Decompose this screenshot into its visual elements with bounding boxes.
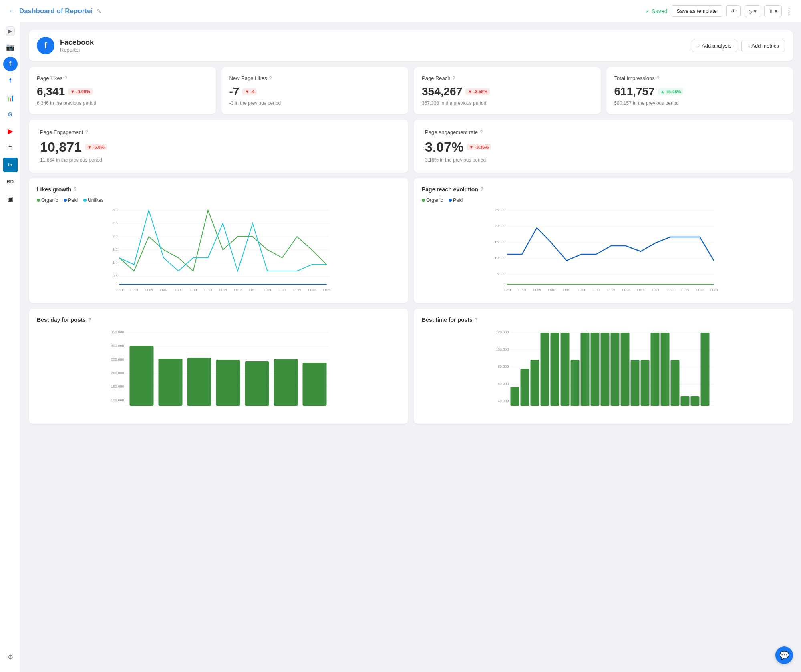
svg-text:25.000: 25.000 [495,208,506,212]
organic-reach-legend: Organic [422,197,443,203]
add-metrics-button[interactable]: + Add metrics [741,40,785,52]
svg-text:15.000: 15.000 [495,240,506,244]
best-day-title: Best day for posts ? [37,317,400,323]
sidebar-item-rd[interactable]: RD [3,175,18,189]
likes-growth-legend: Organic Paid Unlikes [37,197,400,203]
bar-time-6 [561,333,570,406]
svg-text:11/01: 11/01 [115,288,123,292]
sidebar-item-instagram[interactable]: 📷 [3,40,18,54]
metric-title-1: New Page Likes ? [229,75,400,81]
sidebar-item-facebook[interactable]: f [3,57,18,71]
sidebar: ▶ 📷 f f 📊 G ▶ ≡ in RD ▣ ⚙ [0,22,21,437]
metric-title-0: Page Likes ? [37,75,208,81]
engagement-badge: ▼ -6.8% [85,144,107,150]
bar-time-9 [591,333,600,406]
svg-text:300.000: 300.000 [111,344,124,348]
engagement-title: Page Engagement ? [40,129,397,135]
sidebar-item-youtube[interactable]: ▶ [3,124,18,138]
metric-prev-1: -3 in the previous period [229,100,400,106]
metric-badge-2: ▼ -3.56% [465,88,490,95]
engagement-rate-help-icon[interactable]: ? [480,130,483,135]
metric-value-0: 6,341 [37,85,65,98]
saved-label: ✓ Saved [645,8,668,14]
engagement-help-icon[interactable]: ? [85,130,88,135]
engagement-prev: 11,664 in the previous period [40,157,397,163]
metric-value-2: 354,267 [422,85,462,98]
bar-time-20 [701,333,710,406]
add-analysis-button[interactable]: + Add analysis [692,40,737,52]
best-time-chart: 120.000 100.000 80.000 60.000 40.000 [422,328,785,416]
best-time-help-icon[interactable]: ? [475,317,478,323]
engagement-rate-title: Page engagement rate ? [425,129,782,135]
share-button[interactable]: ⬆ ▾ [764,5,782,17]
filter-icon: ◇ [748,8,753,14]
best-day-chart: 350.000 300.000 250.000 200.000 150.000 … [37,328,400,416]
svg-text:11/13: 11/13 [204,288,212,292]
svg-text:11/27: 11/27 [308,288,316,292]
bar-time-11 [611,333,620,406]
svg-text:11/11: 11/11 [189,288,197,292]
best-day-help-icon[interactable]: ? [88,317,91,323]
organic-legend: Organic [37,197,58,203]
metric-title-2: Page Reach ? [422,75,593,81]
svg-text:40.000: 40.000 [498,399,509,403]
sidebar-item-facebook2[interactable]: f [3,74,18,88]
metric-value-row-3: 611,757 ▲ +5.45% [614,85,785,98]
metric-help-1[interactable]: ? [269,76,272,81]
metric-help-3[interactable]: ? [657,76,660,81]
bar-mon [130,346,154,406]
engagement-value: 10,871 [40,139,82,155]
bar-thu [216,360,240,406]
bar-time-13 [631,360,640,406]
svg-text:120.000: 120.000 [496,330,509,334]
svg-text:11/17: 11/17 [233,288,242,292]
svg-text:11/25: 11/25 [681,288,689,292]
metric-help-0[interactable]: ? [64,76,67,81]
save-template-button[interactable]: Save as template [671,5,723,17]
more-options-button[interactable]: ⋮ [785,6,793,16]
metric-card-0: Page Likes ? 6,341 ▼ -0.08% 6,346 in the… [29,67,216,114]
dropdown-button-1[interactable]: ◇ ▾ [744,5,761,17]
page-info: Facebook Reportei [60,38,94,53]
sidebar-item-analytics[interactable]: 📊 [3,90,18,105]
bar-fri [245,361,269,406]
metric-help-2[interactable]: ? [453,76,455,81]
page-reach-card: Page reach evolution ? Organic Paid 25.0… [414,178,793,303]
bar-sat [274,359,298,406]
bar-time-3 [531,360,539,406]
charts-row-1: Likes growth ? Organic Paid Unlikes 3,0 … [29,178,793,303]
svg-text:10.000: 10.000 [495,256,506,260]
sidebar-item-google[interactable]: G [3,107,18,122]
metric-badge-3: ▲ +5.45% [658,88,684,95]
metric-card-3: Total Impressions ? 611,757 ▲ +5.45% 580… [606,67,793,114]
sidebar-item-meta[interactable]: ▣ [3,191,18,206]
metric-prev-0: 6,346 in the previous period [37,100,208,106]
svg-text:11/07: 11/07 [159,288,168,292]
svg-text:250.000: 250.000 [111,357,124,361]
page-reach-chart: 25.000 20.000 15.000 10.000 5.000 0 [422,207,785,295]
page-reach-help-icon[interactable]: ? [481,187,483,192]
likes-growth-card: Likes growth ? Organic Paid Unlikes 3,0 … [29,178,408,303]
back-button[interactable]: ← [8,7,15,15]
page-subtitle: Reportei [60,47,94,53]
likes-growth-help-icon[interactable]: ? [74,187,76,192]
bar-time-10 [601,333,610,406]
header-right: ✓ Saved Save as template 👁 ◇ ▾ ⬆ ▾ ⋮ [645,5,793,17]
page-header-left: f Facebook Reportei [37,37,94,54]
bar-time-17 [671,360,680,406]
bar-time-15 [651,333,660,406]
edit-icon[interactable]: ✎ [97,8,101,14]
chevron-down-icon: ▾ [754,8,757,14]
sidebar-toggle-button[interactable]: ▶ [6,26,15,36]
sidebar-item-linkedin[interactable]: in [3,158,18,172]
eye-icon: 👁 [731,8,736,14]
svg-text:150.000: 150.000 [111,385,124,389]
metric-badge-1: ▼ -4 [242,88,257,95]
share-icon: ⬆ [769,8,773,14]
svg-text:60.000: 60.000 [498,382,509,386]
bar-time-18 [681,396,690,406]
bar-time-19 [691,396,700,406]
sidebar-item-data[interactable]: ≡ [3,141,18,155]
bar-time-14 [641,360,650,406]
eye-button[interactable]: 👁 [726,5,741,17]
